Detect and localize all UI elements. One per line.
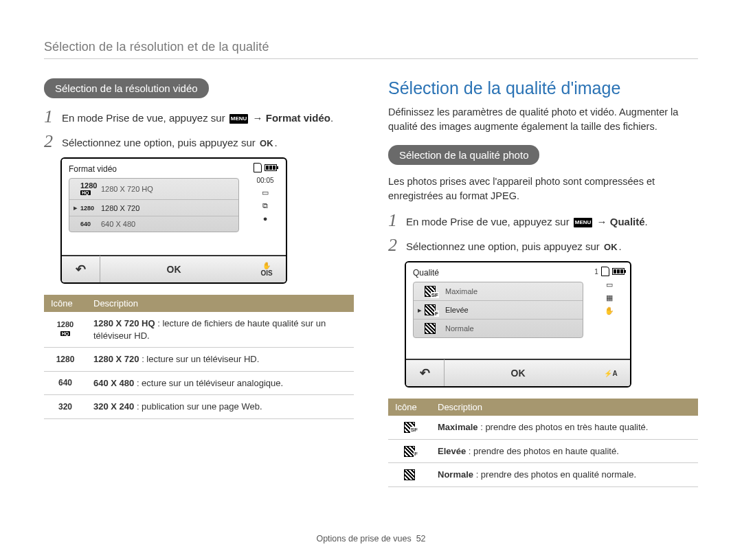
step-text: Sélectionnez une option, puis appuyez su… (62, 137, 256, 148)
step-period: . (275, 137, 278, 148)
table-row: 640 640 X 480 : ecture sur un téléviseur… (44, 371, 354, 395)
quality-icon: F (404, 446, 415, 457)
quality-indicator-icon: ▦ (606, 293, 613, 302)
resolution-indicator-icon: ▭ (262, 188, 269, 197)
breadcrumb: Sélection de la résolution et de la qual… (44, 40, 698, 59)
left-column: Sélection de la résolution vidéo 1 En mo… (44, 78, 354, 487)
screen-option-list: 1280HQ 1280 X 720 HQ ▸ 1280 1280 X 720 6… (69, 178, 239, 232)
subintro-text: Les photos prises avec l'appareil photo … (388, 175, 698, 203)
step-number: 1 (44, 108, 62, 126)
menu-icon: MENU (574, 218, 593, 227)
step-period: . (619, 240, 622, 252)
step-number: 1 (388, 212, 406, 229)
table-row: 1280 1280 X 720 : lecture sur un télévis… (44, 348, 354, 372)
selection-arrow-icon: ▸ (418, 306, 425, 315)
step-period: . (330, 112, 333, 124)
footer-page-number: 52 (416, 534, 426, 544)
quality-icon (425, 323, 436, 334)
ok-icon: OK (258, 138, 275, 148)
sd-card-icon (254, 163, 262, 172)
step-bold: → Format vidéo (253, 112, 330, 124)
screen-option-row[interactable]: SF Maximale (414, 282, 583, 301)
table-header-description: Description (431, 399, 698, 416)
screen-option-row[interactable]: Normale (414, 320, 583, 337)
step-2: 2 Sélectionnez une option, puis appuyez … (388, 236, 698, 254)
intro-text: Définissez les paramètres de qualité pho… (388, 105, 698, 134)
right-column: Sélection de la qualité d'image Définiss… (388, 78, 698, 487)
quality-icon (404, 469, 415, 480)
back-button[interactable]: ↶ (62, 256, 100, 283)
step-1: 1 En mode Prise de vue, appuyez sur MENU… (44, 108, 354, 126)
screen-title: Format vidéo (69, 164, 239, 174)
subsection-pill-photo-quality: Sélection de la qualité photo (388, 145, 539, 165)
flash-indicator: ⚡A (592, 370, 630, 377)
option-label: 1280 X 720 HQ (101, 185, 153, 193)
battery-icon (265, 164, 277, 171)
counter-indicator: 1 (594, 268, 598, 276)
selection-arrow-icon: ▸ (74, 203, 80, 212)
screen-option-list: SF Maximale ▸ F Elevée Normale (413, 282, 583, 338)
table-header-icon: Icône (388, 399, 431, 416)
screen-option-row[interactable]: ▸ 1280 1280 X 720 (69, 200, 238, 216)
resolution-indicator-icon: ▭ (606, 280, 613, 289)
step-text: Sélectionnez une option, puis appuyez su… (406, 240, 600, 252)
quality-icon: SF (425, 286, 436, 297)
back-button[interactable]: ↶ (406, 359, 445, 387)
quality-icon: SF (404, 422, 415, 433)
ois-icon: ✋ (605, 306, 614, 315)
ok-icon: OK (603, 242, 619, 252)
camera-screen-video: Format vidéo 1280HQ 1280 X 720 HQ ▸ 1280… (60, 157, 287, 284)
step-2: 2 Sélectionnez une option, puis appuyez … (44, 133, 354, 150)
screen-status-bar: 1 ▭ ▦ ✋ (589, 262, 630, 359)
step-1: 1 En mode Prise de vue, appuyez sur MENU… (388, 212, 698, 229)
option-label: 640 X 480 (101, 220, 135, 228)
screen-option-row[interactable]: 640 640 X 480 (69, 216, 238, 232)
menu-icon: MENU (229, 114, 249, 124)
page-footer: Options de prise de vues 52 (0, 534, 742, 544)
step-period: . (645, 216, 648, 227)
video-formats-table: Icône Description 1280HQ 1280 X 720 HQ :… (44, 295, 354, 419)
step-text: En mode Prise de vue, appuyez sur (62, 112, 225, 124)
footer-label: Options de prise de vues (316, 534, 411, 544)
screen-title: Qualité (413, 268, 583, 278)
table-row: 320 320 X 240 : publication sur une page… (44, 395, 354, 419)
table-header-description: Description (87, 295, 354, 312)
step-text: En mode Prise de vue, appuyez sur (406, 216, 570, 227)
ok-button[interactable]: OK (100, 264, 247, 275)
timer-indicator: 00:05 (256, 177, 273, 184)
option-label: Normale (445, 324, 474, 333)
option-label: 1280 X 720 (101, 204, 139, 212)
step-bold: → Qualité (597, 216, 645, 227)
photo-quality-table: Icône Description SF Maximale : prendre … (388, 399, 698, 487)
ois-indicator: ✋OIS (247, 262, 286, 277)
step-number: 2 (44, 133, 62, 150)
camera-screen-quality: Qualité SF Maximale ▸ F Elevée (405, 261, 631, 388)
ok-button[interactable]: OK (445, 368, 592, 379)
table-row: Normale : prendre des photos en qualité … (388, 463, 698, 487)
framerate-icon: ⧉ (262, 201, 268, 210)
battery-icon (612, 268, 625, 275)
table-header-icon: Icône (44, 295, 87, 312)
table-row: F Elevée : prendre des photos en haute q… (388, 439, 698, 463)
screen-option-row[interactable]: 1280HQ 1280 X 720 HQ (69, 179, 238, 200)
option-label: Maximale (445, 287, 477, 295)
table-row: 1280HQ 1280 X 720 HQ : lecture de fichie… (44, 312, 354, 348)
step-number: 2 (388, 236, 406, 254)
screen-status-bar: 00:05 ▭ ⧉ ● (245, 159, 286, 255)
table-row: SF Maximale : prendre des photos en très… (388, 416, 698, 439)
quality-icon: F (425, 304, 436, 315)
screen-option-row[interactable]: ▸ F Elevée (414, 301, 583, 320)
section-title: Sélection de la qualité d'image (388, 78, 698, 98)
option-label: Elevée (445, 306, 469, 314)
subsection-pill-video-resolution: Sélection de la résolution vidéo (44, 78, 209, 98)
mic-icon: ● (263, 214, 268, 223)
sd-card-icon (601, 267, 609, 276)
